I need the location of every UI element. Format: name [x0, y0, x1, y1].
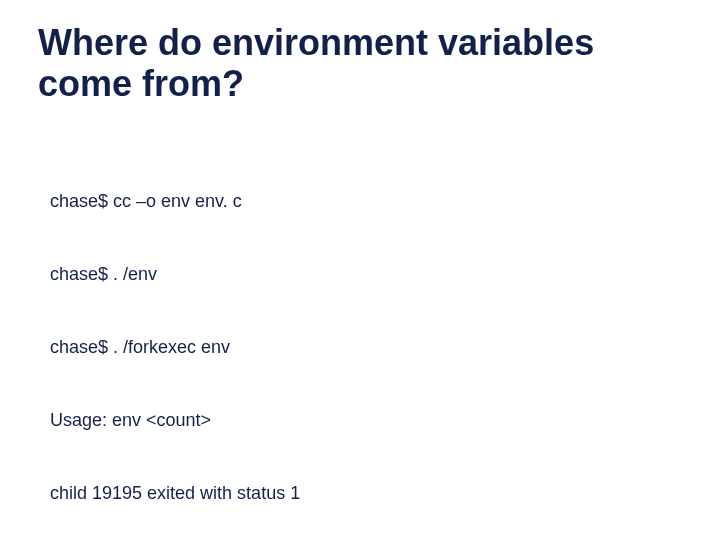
slide: Where do environment variables come from… — [0, 0, 720, 540]
terminal-line: Usage: env <count> — [50, 408, 682, 432]
terminal-line: chase$ cc –o env env. c — [50, 189, 682, 213]
terminal-line: child 19195 exited with status 1 — [50, 481, 682, 505]
terminal-line: chase$ . /forkexec env — [50, 335, 682, 359]
terminal-output: chase$ cc –o env env. c chase$ . /env ch… — [50, 141, 682, 540]
slide-title: Where do environment variables come from… — [38, 22, 682, 105]
terminal-line: chase$ . /env — [50, 262, 682, 286]
